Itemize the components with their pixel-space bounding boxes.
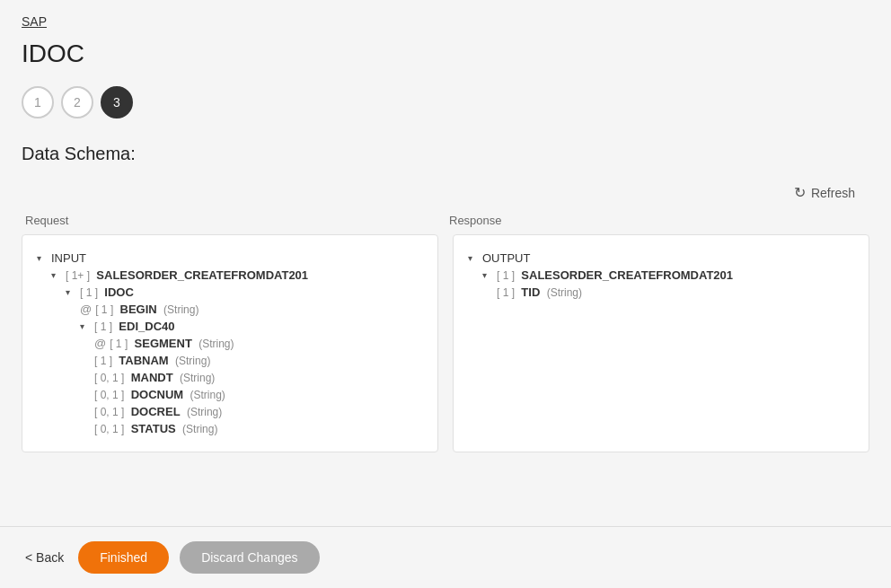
node-status: STATUS <box>131 422 176 435</box>
node-tabnam: TABNAM <box>119 354 168 367</box>
node-input: INPUT <box>51 251 86 265</box>
node-begin: BEGIN <box>120 303 157 316</box>
tree-node-salesorder: ▾ [ 1+ ] SALESORDER_CREATEFROMDAT201 <box>51 267 423 284</box>
node-count-idoc: [ 1 ] <box>80 286 101 299</box>
node-salesorder: SALESORDER_CREATEFROMDAT201 <box>96 268 308 282</box>
tree-node-output: ▾ OUTPUT <box>468 250 854 267</box>
node-count-edi: [ 1 ] <box>94 320 115 333</box>
at-begin: @ <box>80 303 92 316</box>
node-docnum: DOCNUM <box>131 388 184 401</box>
tree-node-idoc: ▾ [ 1 ] IDOC <box>66 284 423 301</box>
node-count-segment: [ 1 ] <box>110 338 130 350</box>
breadcrumb: SAP <box>22 14 869 29</box>
finished-button[interactable]: Finished <box>78 541 169 574</box>
step-3[interactable]: 3 <box>101 86 133 118</box>
refresh-icon: ↻ <box>794 184 806 201</box>
chevron-salesorder[interactable]: ▾ <box>51 270 62 280</box>
schema-panels: ▾ INPUT ▾ [ 1+ ] SALESORDER_CREATEFROMDA… <box>22 234 869 452</box>
node-type-tabnam: (String) <box>172 355 211 367</box>
discard-changes-button[interactable]: Discard Changes <box>180 541 319 574</box>
tree-children-output: ▾ [ 1 ] SALESORDER_CREATEFROMDAT201 [ 1 … <box>468 267 854 301</box>
tree-children-idoc: @ [ 1 ] BEGIN (String) ▾ [ 1 ] EDI_DC4 <box>66 301 423 437</box>
node-type-docnum: (String) <box>187 389 225 401</box>
node-type-tid: (String) <box>543 286 582 299</box>
node-type-mandt: (String) <box>177 372 216 384</box>
tree-children-resp-salesorder: [ 1 ] TID (String) <box>482 284 854 301</box>
page-wrapper: SAP IDOC 1 2 3 Data Schema: ↻ Refresh <box>0 0 891 588</box>
refresh-row: ↻ Refresh <box>22 179 869 206</box>
node-output: OUTPUT <box>482 251 530 265</box>
tree-children-salesorder: ▾ [ 1 ] IDOC @ [ 1 ] BEGIN (S <box>51 284 423 437</box>
section-title: Data Schema: <box>22 144 869 164</box>
page-title: IDOC <box>22 39 869 68</box>
tree-node-segment: @ [ 1 ] SEGMENT (String) <box>94 335 423 352</box>
node-count-status: [ 0, 1 ] <box>94 423 128 435</box>
node-segment: SEGMENT <box>135 337 192 350</box>
node-count-salesorder: [ 1+ ] <box>66 269 93 282</box>
tree-children-edi: @ [ 1 ] SEGMENT (String) [ 1 ] TABNAM <box>80 335 423 437</box>
node-count-begin: [ 1 ] <box>95 303 116 316</box>
tree-node-status: [ 0, 1 ] STATUS (String) <box>94 420 423 437</box>
tree-node-mandt: [ 0, 1 ] MANDT (String) <box>94 369 423 386</box>
refresh-label: Refresh <box>811 186 855 200</box>
tree-node-resp-salesorder: ▾ [ 1 ] SALESORDER_CREATEFROMDAT201 <box>482 267 854 284</box>
chevron-resp-salesorder[interactable]: ▾ <box>482 270 493 280</box>
request-panel: ▾ INPUT ▾ [ 1+ ] SALESORDER_CREATEFROMDA… <box>22 234 438 452</box>
node-edi: EDI_DC40 <box>119 320 174 333</box>
request-panel-label: Request <box>22 214 446 227</box>
back-button[interactable]: < Back <box>22 543 67 572</box>
node-docrel: DOCREL <box>131 405 181 418</box>
tree-node-begin: @ [ 1 ] BEGIN (String) <box>80 301 423 318</box>
chevron-input[interactable]: ▾ <box>37 253 48 263</box>
request-panel-content: ▾ INPUT ▾ [ 1+ ] SALESORDER_CREATEFROMDA… <box>22 235 437 452</box>
node-type-begin: (String) <box>161 303 199 316</box>
step-2[interactable]: 2 <box>61 86 93 118</box>
node-resp-salesorder: SALESORDER_CREATEFROMDAT201 <box>521 268 733 282</box>
node-type-docrel: (String) <box>184 406 223 418</box>
node-count-tabnam: [ 1 ] <box>94 355 115 367</box>
tree-node-docrel: [ 0, 1 ] DOCREL (String) <box>94 403 423 420</box>
stepper: 1 2 3 <box>22 86 869 118</box>
node-count-docnum: [ 0, 1 ] <box>94 389 128 401</box>
tree-node-edi: ▾ [ 1 ] EDI_DC40 <box>80 318 423 335</box>
node-count-mandt: [ 0, 1 ] <box>94 372 128 384</box>
tree-node-input: ▾ INPUT <box>37 250 423 267</box>
refresh-button[interactable]: ↻ Refresh <box>783 179 866 206</box>
node-count-tid: [ 1 ] <box>497 286 517 299</box>
tree-children-input: ▾ [ 1+ ] SALESORDER_CREATEFROMDAT201 ▾ [… <box>37 267 423 437</box>
node-mandt: MANDT <box>131 371 173 384</box>
node-idoc: IDOC <box>104 285 134 299</box>
main-content: SAP IDOC 1 2 3 Data Schema: ↻ Refresh <box>0 0 891 526</box>
chevron-idoc[interactable]: ▾ <box>66 287 76 297</box>
node-tid: TID <box>521 285 540 299</box>
response-panel-label: Response <box>446 214 869 227</box>
node-count-resp-salesorder: [ 1 ] <box>497 269 517 282</box>
tree-node-tabnam: [ 1 ] TABNAM (String) <box>94 352 423 369</box>
response-panel-content: ▾ OUTPUT ▾ [ 1 ] SALESORDER_CREATEFROMDA… <box>454 235 869 315</box>
node-count-docrel: [ 0, 1 ] <box>94 406 128 418</box>
node-type-status: (String) <box>180 423 218 435</box>
step-1[interactable]: 1 <box>22 86 54 118</box>
response-panel: ▾ OUTPUT ▾ [ 1 ] SALESORDER_CREATEFROMDA… <box>453 234 869 452</box>
at-segment: @ <box>94 337 106 350</box>
tree-node-tid: [ 1 ] TID (String) <box>497 284 854 301</box>
tree-node-docnum: [ 0, 1 ] DOCNUM (String) <box>94 386 423 403</box>
chevron-output[interactable]: ▾ <box>468 253 479 263</box>
node-type-segment: (String) <box>196 338 234 350</box>
breadcrumb-link[interactable]: SAP <box>22 14 47 29</box>
chevron-edi[interactable]: ▾ <box>80 321 91 331</box>
footer: < Back Finished Discard Changes <box>0 526 891 588</box>
